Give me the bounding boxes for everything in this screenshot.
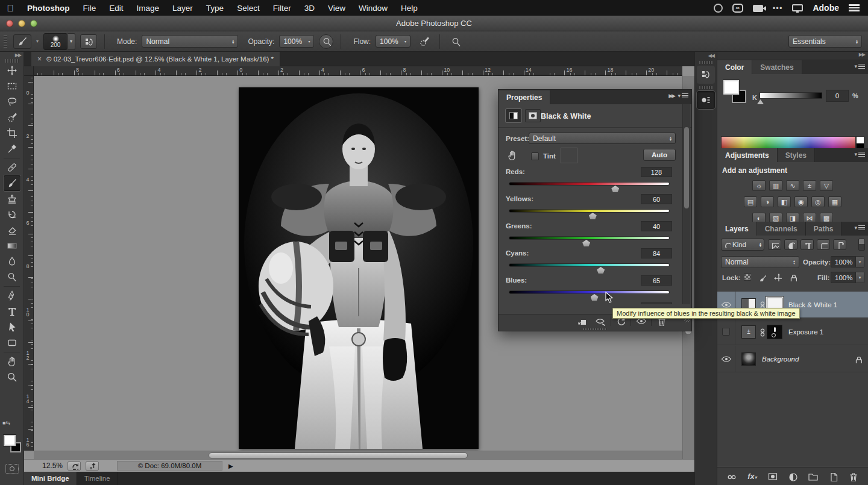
menu-3d[interactable]: 3D: [298, 4, 321, 13]
layer-styles-icon[interactable]: fx▾: [747, 472, 757, 481]
menu-edit[interactable]: Edit: [102, 4, 130, 13]
new-adjustment-layer-icon[interactable]: [788, 472, 797, 481]
slider-thumb[interactable]: [591, 294, 599, 301]
auto-button[interactable]: Auto: [643, 149, 676, 161]
slider-track[interactable]: [509, 290, 670, 294]
quick-mask-button[interactable]: [5, 464, 19, 474]
gradient-tool[interactable]: [4, 238, 20, 254]
channel-mixer-icon[interactable]: ◎: [811, 196, 825, 207]
vibrance-icon[interactable]: ▽: [820, 180, 833, 191]
adobe-menu-label[interactable]: Adobe: [813, 3, 839, 13]
zoom-window-button[interactable]: [30, 20, 37, 27]
color-balance-icon[interactable]: ◑: [761, 196, 774, 207]
layer-visibility-toggle-off[interactable]: [717, 319, 735, 345]
dodge-tool[interactable]: [4, 269, 20, 285]
marquee-tool[interactable]: [4, 78, 20, 94]
menu-photoshop[interactable]: Photoshop: [20, 4, 77, 13]
menu-view[interactable]: View: [321, 4, 352, 13]
display-icon[interactable]: [792, 4, 803, 11]
clip-to-layer-icon[interactable]: [577, 316, 587, 326]
lasso-tool[interactable]: [4, 94, 20, 110]
k-slider-thumb[interactable]: [757, 99, 764, 104]
pressure-size-icon[interactable]: [447, 34, 464, 49]
layer-opacity-dropdown[interactable]: 100% ▾: [831, 256, 864, 268]
slider-thumb[interactable]: [611, 186, 619, 192]
exposure-mask-thumbnail[interactable]: [767, 325, 782, 339]
tab-channels[interactable]: Channels: [757, 222, 806, 236]
layer-filter-kind-dropdown[interactable]: Kind ▴▾: [721, 239, 764, 251]
properties-panel-icon[interactable]: [697, 91, 715, 109]
menu-layer[interactable]: Layer: [166, 4, 200, 13]
zoom-tool[interactable]: [4, 369, 20, 385]
layer-name[interactable]: Background: [762, 355, 799, 363]
background-layer-thumbnail[interactable]: [741, 352, 756, 366]
live-preview-icon[interactable]: [68, 462, 81, 471]
hue-saturation-icon[interactable]: ▤: [744, 196, 757, 207]
slider-track[interactable]: [509, 236, 670, 240]
layer-mask-link-icon[interactable]: [756, 327, 767, 337]
options-bar-grip[interactable]: [4, 35, 7, 48]
flow-dropdown[interactable]: 100% ▾: [376, 35, 410, 48]
tab-layers[interactable]: Layers: [717, 222, 757, 236]
new-layer-icon[interactable]: [828, 472, 838, 481]
status-options-arrow-icon[interactable]: ▶: [228, 463, 233, 469]
panel-drag-handle[interactable]: [583, 328, 607, 330]
foreground-color-swatch-panel[interactable]: [723, 80, 739, 95]
brush-tool[interactable]: [4, 175, 20, 191]
apple-menu-icon[interactable]: : [0, 3, 20, 13]
slider-track[interactable]: [509, 209, 670, 213]
slider-track[interactable]: [509, 182, 670, 186]
dock-grip[interactable]: [699, 61, 712, 64]
slider-thumb[interactable]: [589, 213, 597, 219]
quick-select-tool[interactable]: [4, 110, 20, 125]
link-layers-icon[interactable]: [728, 472, 737, 481]
slider-value-field[interactable]: 40: [641, 221, 672, 231]
menu-help[interactable]: Help: [394, 4, 424, 13]
shape-tool[interactable]: [4, 335, 20, 351]
lock-pixels-icon[interactable]: [757, 272, 767, 282]
layer-row-background[interactable]: Background: [717, 346, 868, 372]
layer-row-exposure[interactable]: ± Exposure 1: [717, 319, 868, 345]
levels-icon[interactable]: ▥: [769, 180, 782, 191]
horizontal-ruler[interactable]: 864202468101214161820: [34, 66, 682, 76]
black-white-icon[interactable]: ◧: [778, 196, 791, 207]
screen-record-icon[interactable]: [753, 5, 763, 12]
layer-name[interactable]: Exposure 1: [788, 328, 823, 336]
k-channel-slider[interactable]: [760, 92, 822, 99]
layer-filter-toggle[interactable]: [858, 239, 865, 251]
clone-stamp-tool[interactable]: [4, 191, 20, 207]
share-document-icon[interactable]: [86, 462, 99, 471]
healing-brush-tool[interactable]: [4, 160, 20, 175]
preset-dropdown[interactable]: Default ▴▾: [529, 133, 676, 144]
close-document-icon[interactable]: ×: [37, 55, 42, 63]
tab-timeline[interactable]: Timeline: [77, 472, 118, 485]
move-tool[interactable]: [4, 63, 20, 78]
menu-type[interactable]: Type: [200, 4, 230, 13]
toggle-brush-panel-button[interactable]: [80, 34, 97, 49]
airbrush-toggle-icon[interactable]: [415, 34, 432, 49]
vertical-ruler[interactable]: 0246810121416: [24, 76, 34, 451]
menu-filter[interactable]: Filter: [266, 4, 298, 13]
exposure-icon[interactable]: ±: [803, 180, 816, 191]
foreground-color-swatch[interactable]: [4, 435, 16, 446]
document-size-info[interactable]: © Doc: 69.0M/80.0M: [117, 461, 222, 471]
slider-thumb[interactable]: [597, 267, 605, 274]
panels-collapse-icon[interactable]: ▶▶: [717, 52, 868, 60]
pen-tool[interactable]: [4, 288, 20, 304]
lock-transparency-icon[interactable]: [743, 272, 752, 282]
layer-visibility-toggle[interactable]: [717, 346, 735, 372]
delete-layer-icon[interactable]: [848, 472, 858, 481]
horizontal-scrollbar-thumb[interactable]: [209, 452, 468, 458]
document-tab[interactable]: × © 02-03_Trevor606-Edit.psd @ 12.5% (Bl…: [31, 52, 280, 66]
menu-window[interactable]: Window: [352, 4, 394, 13]
tab-styles[interactable]: Styles: [778, 148, 815, 162]
slider-value-field[interactable]: 84: [641, 248, 672, 258]
sync-status-icon[interactable]: [714, 4, 723, 13]
slider-thumb[interactable]: [582, 240, 590, 246]
tint-color-swatch[interactable]: [561, 148, 577, 163]
notification-list-icon[interactable]: [849, 4, 860, 11]
toolbar-collapse-icon[interactable]: ▶▶: [0, 52, 24, 59]
hand-tool[interactable]: [4, 354, 20, 369]
tab-swatches[interactable]: Swatches: [752, 60, 802, 74]
blend-mode-dropdown[interactable]: Normal ▴▾: [142, 35, 238, 48]
